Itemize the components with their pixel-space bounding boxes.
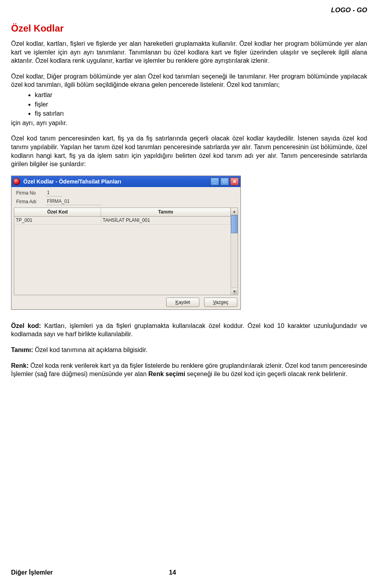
brand-header: LOGO - GO (331, 6, 367, 14)
paragraph-2-tail: için ayrı, ayrı yapılır. (11, 119, 367, 127)
firma-adi-label: Firma Adı (16, 199, 46, 204)
paragraph-2: Özel kodlar, Diğer program bölümünde yer… (11, 72, 367, 89)
cell-ozelkod: TP_001 (14, 217, 101, 224)
maximize-icon[interactable]: □ (220, 178, 229, 185)
firma-no-field[interactable] (46, 189, 62, 197)
bullet-item: fişler (35, 100, 367, 109)
col-header-ozelkod[interactable]: Özel Kod (14, 208, 101, 216)
bullet-list: kartlar fişler fiş satırları (35, 91, 367, 118)
bullet-item: kartlar (35, 91, 367, 99)
cell-tanimi: TAHSİLAT PLANI_001 (101, 217, 231, 224)
close-icon[interactable]: ✕ (230, 178, 239, 185)
label-ozelkod: Özel kod: (11, 322, 41, 329)
scroll-thumb[interactable] (231, 215, 238, 233)
bullet-item: fiş satırları (35, 109, 367, 118)
app-icon (13, 178, 20, 185)
firma-no-label: Firma No (16, 190, 46, 196)
titlebar[interactable]: Özel Kodlar - Ödeme/Tahsilat Planları _ … (11, 176, 240, 187)
paragraph-renk: Renk: Özel koda renk verilerek kart ya d… (11, 361, 367, 378)
scrollbar[interactable]: ▲ ▼ (231, 208, 238, 295)
firma-adi-field[interactable] (46, 198, 101, 205)
scroll-track[interactable] (231, 233, 238, 288)
dialog-window: Özel Kodlar - Ödeme/Tahsilat Planları _ … (11, 176, 241, 310)
minimize-icon[interactable]: _ (210, 178, 219, 185)
resize-grip-icon[interactable] (232, 289, 237, 294)
page-footer: Diğer İşlemler 14 (11, 569, 367, 576)
save-button[interactable]: Kaydet (166, 298, 199, 307)
col-header-tanimi[interactable]: Tanımı (101, 208, 231, 216)
cancel-button[interactable]: Vazgeç (204, 298, 237, 307)
page-title: Özel Kodlar (11, 23, 367, 34)
footer-page-number: 14 (169, 569, 176, 576)
label-tanimi: Tanımı: (11, 346, 33, 353)
table-row[interactable]: TP_001 TAHSİLAT PLANI_001 (14, 217, 231, 225)
scroll-up-icon[interactable]: ▲ (231, 208, 238, 215)
footer-section: Diğer İşlemler (11, 569, 367, 576)
paragraph-3: Özel kod tanım penceresinden kart, fiş y… (11, 134, 367, 168)
paragraph-ozelkod: Özel kod: Kartları, işlemleri ya da fişl… (11, 322, 367, 339)
data-grid[interactable]: Özel Kod Tanımı TP_001 TAHSİLAT PLANI_00… (14, 208, 238, 295)
paragraph-tanimi: Tanımı: Özel kod tanımına ait açıklama b… (11, 346, 367, 354)
paragraph-1: Özel kodlar, kartları, fişleri ve fişler… (11, 39, 367, 65)
dialog-client: Firma No Firma Adı Özel Kod Tanımı TP_00… (11, 187, 240, 309)
window-title: Özel Kodlar - Ödeme/Tahsilat Planları (23, 178, 210, 185)
label-renk: Renk: (11, 362, 28, 369)
